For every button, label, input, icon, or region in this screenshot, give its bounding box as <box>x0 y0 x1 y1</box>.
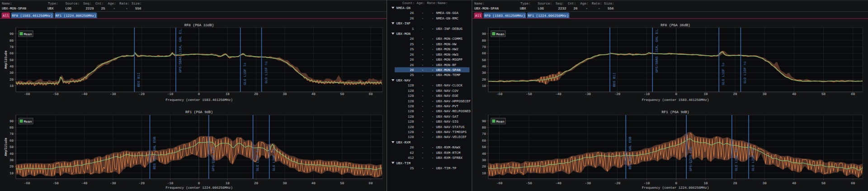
svg-text:70: 70 <box>9 132 14 136</box>
svg-text:UBX-NAV-SIG: UBX-NAV-SIG <box>436 120 459 124</box>
svg-text:Mean: Mean <box>496 120 505 124</box>
svg-text:-: - <box>432 12 434 15</box>
svg-text:40: 40 <box>9 65 14 69</box>
svg-text:-: - <box>422 84 424 88</box>
svg-text:-40: -40 <box>555 181 561 186</box>
svg-text:UBX-NAV-RELPOSNED: UBX-NAV-RELPOSNED <box>436 110 471 114</box>
svg-text:RF1 (PGA 9dB): RF1 (PGA 9dB) <box>662 110 689 115</box>
svg-text:Type:: Type: <box>48 2 58 6</box>
svg-text:RF0 (PGA 36dB): RF0 (PGA 36dB) <box>660 24 690 28</box>
svg-text:Seq:: Seq: <box>83 2 91 6</box>
svg-text:60: 60 <box>482 139 486 143</box>
svg-text:-: - <box>422 48 424 52</box>
svg-text:-: - <box>422 167 424 171</box>
svg-text:25: 25 <box>101 7 105 11</box>
svg-text:-: - <box>422 64 424 67</box>
svg-text:128: 128 <box>408 89 414 93</box>
svg-text:All: All <box>3 14 9 18</box>
svg-text:-: - <box>422 136 424 139</box>
svg-text:80: 80 <box>482 39 486 43</box>
svg-text:60: 60 <box>851 181 855 186</box>
svg-text:-: - <box>422 115 424 119</box>
svg-text:Rate:: Rate: <box>592 2 602 6</box>
svg-text:Cnt:: Cnt: <box>568 2 576 6</box>
svg-text:UBX-RXM: UBX-RXM <box>396 141 411 145</box>
svg-text:40: 40 <box>9 152 14 156</box>
svg-text:Frequency (center 1583.461250M: Frequency (center 1583.461250MHz) <box>642 98 709 102</box>
svg-text:-: - <box>422 69 424 72</box>
svg-text:60: 60 <box>482 52 486 56</box>
svg-text:RF1 (1224.006250MHz): RF1 (1224.006250MHz) <box>528 14 569 18</box>
svg-text:20: 20 <box>9 78 14 82</box>
svg-text:90: 90 <box>9 119 14 124</box>
svg-text:26: 26 <box>410 37 414 41</box>
svg-text:RF0 (1583.461250MHz): RF0 (1583.461250MHz) <box>12 14 52 18</box>
svg-text:10: 10 <box>482 172 486 176</box>
svg-text:25: 25 <box>410 43 414 47</box>
svg-text:GLO L1OF hi: GLO L1OF hi <box>264 61 269 83</box>
svg-text:UBX-MON-TEMP: UBX-MON-TEMP <box>436 73 461 77</box>
svg-text:20: 20 <box>9 165 14 169</box>
svg-text:70: 70 <box>482 45 486 49</box>
svg-text:GLO L1OF hi: GLO L1OF hi <box>743 61 747 83</box>
svg-text:Mean: Mean <box>24 120 32 124</box>
svg-text:30: 30 <box>763 181 767 186</box>
svg-text:RF0 (1583.461250MHz): RF0 (1583.461250MHz) <box>484 14 525 18</box>
svg-text:Count:: Count: <box>402 1 415 5</box>
svg-text:556: 556 <box>608 7 614 11</box>
svg-text:-: - <box>432 69 434 72</box>
svg-text:128: 128 <box>408 130 414 134</box>
svg-text:Name:: Name: <box>438 2 448 5</box>
svg-text:-: - <box>598 7 600 11</box>
svg-text:Seq:: Seq: <box>556 2 564 6</box>
svg-text:UBX-MON-SPAN: UBX-MON-SPAN <box>474 7 499 11</box>
svg-text:-: - <box>422 105 424 109</box>
svg-text:-: - <box>432 90 434 93</box>
svg-text:-30: -30 <box>585 181 591 186</box>
svg-text:UBX-NAV-STATUS: UBX-NAV-STATUS <box>436 125 465 129</box>
svg-text:-: - <box>422 90 424 93</box>
svg-text:-: - <box>432 110 434 114</box>
svg-text:UBX-MON-HW2: UBX-MON-HW2 <box>436 48 459 52</box>
svg-text:30: 30 <box>9 71 14 75</box>
svg-text:BDS B1I: BDS B1I <box>137 72 141 87</box>
svg-text:-: - <box>432 64 434 67</box>
svg-text:40: 40 <box>792 181 797 186</box>
svg-text:0: 0 <box>675 181 677 186</box>
svg-text:BDS B2I, GAL E5B: BDS B2I, GAL E5B <box>628 136 632 169</box>
svg-text:-: - <box>432 120 434 124</box>
svg-text:Age:: Age: <box>417 2 425 5</box>
svg-text:-: - <box>422 43 424 47</box>
svg-text:90: 90 <box>482 119 486 124</box>
svg-text:25: 25 <box>410 167 414 171</box>
svg-text:UBX-MON-SPAN: UBX-MON-SPAN <box>436 68 461 72</box>
svg-text:UBX-MON-HW: UBX-MON-HW <box>436 43 457 47</box>
svg-text:128: 128 <box>408 125 414 129</box>
svg-text:-50: -50 <box>52 181 59 186</box>
svg-text:Name:: Name: <box>2 2 12 6</box>
svg-text:30: 30 <box>482 71 486 75</box>
svg-text:70: 70 <box>9 45 14 49</box>
svg-text:128: 128 <box>408 100 414 104</box>
svg-text:UBX-NAV-SAT: UBX-NAV-SAT <box>436 115 459 119</box>
svg-text:80: 80 <box>482 126 486 130</box>
svg-text:26: 26 <box>410 58 414 62</box>
svg-text:-60: -60 <box>24 181 30 186</box>
svg-text:-: - <box>422 38 424 41</box>
svg-text:90: 90 <box>9 32 14 36</box>
svg-text:-: - <box>422 28 424 31</box>
svg-text:128: 128 <box>408 120 414 124</box>
svg-text:1: 1 <box>412 28 414 31</box>
svg-text:Frequency (center 1224.006250M: Frequency (center 1224.006250MHz) <box>165 186 233 190</box>
svg-text:NMEA-GN-RMC: NMEA-GN-RMC <box>436 17 459 21</box>
svg-text:GPS/SBAS L1CA, GAL E1,: GPS/SBAS L1CA, GAL E1, <box>655 28 659 72</box>
svg-text:Size:: Size: <box>604 2 614 6</box>
svg-text:UBX-RXM-RAWX: UBX-RXM-RAWX <box>436 146 461 150</box>
svg-text:Type:: Type: <box>520 2 531 6</box>
svg-text:-: - <box>432 95 434 98</box>
svg-text:-: - <box>432 167 434 171</box>
svg-text:LOG: LOG <box>538 7 544 11</box>
svg-text:BDS B2I, GAL E5B: BDS B2I, GAL E5B <box>153 136 157 169</box>
svg-text:Frequency (center 1583.461250M: Frequency (center 1583.461250MHz) <box>165 98 233 102</box>
svg-text:25: 25 <box>410 73 414 77</box>
